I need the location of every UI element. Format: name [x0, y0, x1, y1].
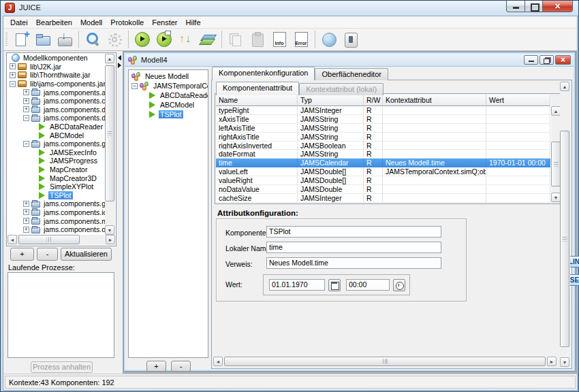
menu-item-hilfe[interactable]: Hilfe — [182, 18, 205, 27]
time-field[interactable]: 00:00 — [346, 279, 390, 291]
table-row-leftaxistitle[interactable]: leftAxisTitleJAMSStringR — [216, 124, 551, 133]
menu-item-modell[interactable]: Modell — [76, 18, 106, 27]
run-model-gui-button[interactable] — [154, 29, 174, 50]
scroll-up-icon[interactable] — [551, 106, 561, 116]
library-add-button[interactable]: + — [10, 248, 34, 261]
menu-item-fenster[interactable]: Fenster — [148, 18, 181, 27]
tree-item-jamstemporalcontext[interactable]: −JAMSTemporalContext — [130, 81, 208, 91]
exit-button-button[interactable] — [341, 29, 361, 50]
error-log-button[interactable] — [291, 29, 311, 50]
scroll-down-icon[interactable] — [105, 225, 114, 235]
expander-plus-icon[interactable]: + — [23, 98, 29, 104]
menu-item-protokolle[interactable]: Protokolle — [106, 18, 148, 27]
tree-item-jamsprogress[interactable]: JAMSProgress — [7, 157, 105, 165]
map-view-button[interactable] — [198, 29, 218, 50]
model-add-button[interactable]: + — [146, 361, 166, 372]
expander-plus-icon[interactable]: + — [23, 209, 29, 215]
lokaler-name-field[interactable]: time — [266, 242, 441, 253]
scroll-left-icon[interactable] — [213, 357, 223, 366]
scrollbar-thumb[interactable] — [551, 142, 561, 186]
calendar-icon[interactable] — [328, 279, 341, 291]
tree-item-mapcreator3d[interactable]: MapCreator3D — [7, 174, 105, 182]
frame-close-button[interactable] — [555, 55, 571, 65]
info-log-button[interactable] — [269, 29, 290, 50]
column-header-wert[interactable]: Wert — [486, 95, 550, 106]
table-row-time[interactable]: timeJAMSCalendarRNeues Modell.time1970-0… — [216, 159, 551, 167]
splitter[interactable] — [117, 51, 123, 374]
model-remove-button[interactable]: - — [171, 361, 191, 372]
table-row-rightaxisinverted[interactable]: rightAxisInvertedJAMSBooleanR — [216, 142, 551, 150]
tree-item-jams-components-demo[interactable]: −jams.components.demo. — [7, 114, 105, 122]
table-row-xaxistitle[interactable]: xAxisTitleJAMSStringR — [216, 115, 551, 124]
tree-item-jams-components-gui-sp[interactable]: +jams.components.gui.sp — [7, 199, 105, 208]
run-model-button[interactable] — [132, 29, 153, 50]
frame-restore-button[interactable] — [539, 55, 554, 65]
search-button[interactable] — [82, 29, 103, 50]
menu-item-bearbeiten[interactable]: Bearbeiten — [32, 18, 76, 27]
tree-item-jams-components-gui[interactable]: −jams.components.gui — [7, 140, 105, 148]
tree-item-lib-thornthwaite-jar[interactable]: +lib\Thornthwaite.jar — [7, 71, 105, 80]
frame-minimize-button[interactable] — [524, 55, 538, 65]
close-button[interactable] — [543, 1, 573, 12]
tab-oberflaecheneditor[interactable]: Oberflächeneditor — [315, 68, 388, 80]
tree-item-abcmodel[interactable]: ABCModel — [130, 100, 208, 110]
tree-item-jams-components-io[interactable]: +jams.components.io — [7, 208, 105, 217]
tree-item-lib-j2k-jar[interactable]: +lib\J2K.jar — [7, 63, 105, 71]
tab-komponentenkonfiguration[interactable]: Komponentenkonfiguration — [212, 67, 315, 80]
expander-plus-icon[interactable]: + — [23, 201, 29, 207]
expander-plus-icon[interactable]: + — [23, 227, 29, 233]
expander-plus-icon[interactable]: + — [23, 106, 29, 112]
komponente-field[interactable]: TSPlot — [266, 226, 441, 238]
tree-item-tsplot[interactable]: TSPlot — [7, 191, 105, 200]
splitter-collapse-right-icon[interactable] — [118, 63, 121, 68]
expander-minus-icon[interactable]: − — [131, 83, 138, 89]
expander-plus-icon[interactable]: + — [10, 72, 16, 78]
scrollbar-thumb[interactable] — [105, 65, 114, 201]
maximize-button[interactable] — [525, 1, 543, 12]
component-tree-horizontal-scrollbar[interactable] — [7, 235, 115, 245]
scroll-down-icon[interactable] — [551, 193, 561, 202]
table-row-dateformat[interactable]: dateFormatJAMSStringR — [216, 150, 551, 159]
tree-item-jamsexecinfo[interactable]: JAMSExecInfo — [7, 148, 105, 157]
scrollbar-thumb[interactable] — [224, 357, 546, 366]
menu-item-datei[interactable]: Datei — [6, 18, 32, 27]
tree-item-neues-modell[interactable]: Neues Modell — [130, 71, 208, 81]
scroll-right-icon[interactable] — [106, 235, 115, 244]
expander-minus-icon[interactable]: − — [23, 115, 29, 121]
expander-plus-icon[interactable]: + — [10, 63, 16, 69]
tab-komponentenattribut[interactable]: Komponentenattribut — [216, 82, 299, 95]
table-row-valueright[interactable]: valueRightJAMSDouble[]R — [216, 176, 551, 185]
table-row-valueleft[interactable]: valueLeftJAMSDouble[]RJAMSTemporalContex… — [216, 167, 551, 176]
column-header-r-w[interactable]: R/W — [364, 95, 383, 106]
library-remove-button[interactable]: - — [37, 248, 58, 261]
scroll-down-icon[interactable] — [560, 357, 569, 367]
date-field[interactable]: 01.01.1970 — [269, 279, 325, 291]
scrollbar-thumb[interactable] — [560, 131, 569, 347]
tree-item-simplexyplot[interactable]: SimpleXYPlot — [7, 182, 105, 191]
scroll-up-icon[interactable] — [560, 82, 569, 91]
tree-item-mapcreator[interactable]: MapCreator — [7, 165, 105, 174]
expander-plus-icon[interactable]: + — [23, 218, 29, 224]
tree-item-jams-components-machi[interactable]: +jams.components.machi — [7, 216, 105, 225]
config-horizontal-scrollbar[interactable] — [213, 357, 557, 367]
new-model-button[interactable] — [11, 29, 31, 50]
scrollbar-thumb[interactable] — [18, 235, 80, 244]
column-header-typ[interactable]: Typ — [298, 95, 364, 106]
tree-item-jams-components-debug[interactable]: +jams.components.debug — [7, 105, 105, 114]
tree-item-tsplot[interactable]: TSPlot — [130, 110, 208, 119]
refresh-button[interactable]: Aktualisieren — [61, 248, 112, 261]
minimize-button[interactable] — [506, 1, 525, 12]
column-header-name[interactable]: Name — [216, 95, 298, 106]
titlebar[interactable]: JUICE — [1, 1, 578, 16]
model-window-titlebar[interactable]: Modell4 — [125, 54, 574, 67]
tree-item-jams-components-condit[interactable]: +jams.components.condit — [7, 97, 105, 105]
tree-item-jams-components-optimi[interactable]: +jams.components.optimi — [7, 225, 105, 234]
config-vertical-scrollbar[interactable] — [560, 82, 570, 367]
tree-item-lib-jams-components-jar[interactable]: −lib\jams-components.jar — [7, 80, 105, 88]
table-row-rightaxistitle[interactable]: rightAxisTitleJAMSStringR — [216, 133, 551, 142]
scroll-right-icon[interactable] — [547, 357, 557, 366]
expander-minus-icon[interactable]: − — [10, 81, 16, 87]
tree-item-abcdatareader[interactable]: ABCDataReader — [7, 122, 105, 131]
clock-icon[interactable] — [393, 279, 405, 291]
tree-item-modellkomponenten[interactable]: Modellkomponenten — [7, 54, 105, 63]
